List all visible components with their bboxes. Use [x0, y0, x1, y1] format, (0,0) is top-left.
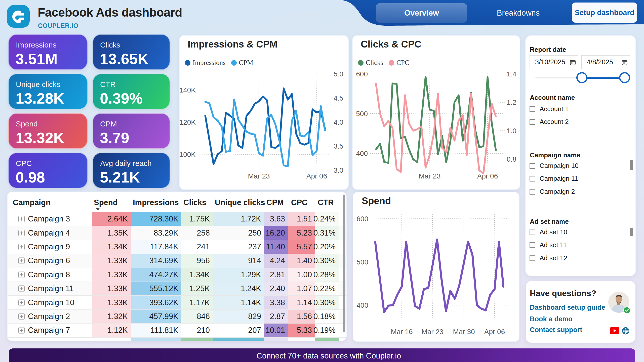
svg-text:600: 600	[356, 70, 368, 78]
svg-text:Mar 23: Mar 23	[419, 172, 440, 180]
svg-text:4.5: 4.5	[334, 94, 343, 102]
svg-text:500: 500	[356, 258, 368, 266]
svg-text:120K: 120K	[179, 118, 196, 126]
svg-text:1.4: 1.4	[507, 70, 516, 78]
svg-text:3.5: 3.5	[334, 142, 343, 150]
svg-text:Mar 16: Mar 16	[391, 328, 413, 336]
svg-text:400: 400	[356, 301, 368, 309]
svg-text:Mar 23: Mar 23	[248, 172, 270, 180]
svg-text:Apr 06: Apr 06	[306, 172, 327, 180]
svg-text:Apr 06: Apr 06	[484, 328, 505, 336]
svg-text:600: 600	[356, 215, 368, 223]
svg-text:1.0: 1.0	[507, 127, 516, 135]
svg-text:Mar 23: Mar 23	[421, 328, 443, 336]
svg-text:100K: 100K	[179, 151, 196, 158]
svg-text:140K: 140K	[179, 86, 196, 94]
svg-text:1.2: 1.2	[507, 99, 516, 106]
svg-text:5.0: 5.0	[334, 70, 343, 78]
svg-text:4.0: 4.0	[334, 118, 343, 126]
svg-text:3.0: 3.0	[334, 166, 343, 174]
svg-text:500: 500	[356, 110, 368, 118]
svg-text:Apr 06: Apr 06	[477, 172, 498, 180]
svg-text:400: 400	[356, 150, 368, 157]
svg-text:Mar 30: Mar 30	[453, 328, 475, 336]
svg-text:0.8: 0.8	[507, 155, 516, 163]
